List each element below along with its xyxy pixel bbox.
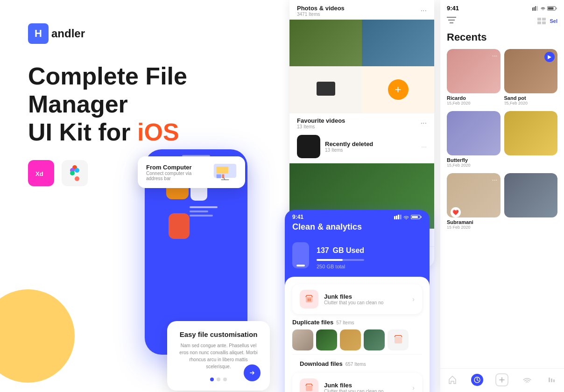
- recent-item-ricardo: Ricardo 15,Feb 2020 ···: [447, 49, 501, 107]
- recent-thumb-butterfly: [447, 111, 501, 155]
- svg-rect-18: [394, 216, 395, 219]
- analytics-status-icons: [394, 215, 422, 219]
- from-computer-subtitle: Connect computer via address bar: [146, 171, 206, 181]
- r-nav-clock[interactable]: [471, 374, 483, 386]
- easy-file-title: Easy file customisation: [178, 330, 259, 338]
- recently-deleted-icon: [297, 135, 320, 158]
- svg-rect-50: [553, 379, 555, 382]
- storage-fill: [317, 259, 343, 261]
- recent-item-subramani: ❤️ Subramani 15 Feb 2020 ···: [447, 173, 501, 231]
- storage-info: 137 GB Used 250 GB total: [317, 241, 364, 269]
- recent-meta-butterfly: Butterfly 15,Feb 2020: [447, 155, 501, 169]
- hero-line1: Complete File Manager: [28, 63, 187, 118]
- recent-item-office: [504, 173, 558, 231]
- right-time: 9:41: [447, 5, 459, 12]
- dup-thumb-4: [364, 329, 385, 350]
- recent-meta-bird: [504, 155, 558, 159]
- dup-thumb-2: [316, 329, 337, 350]
- duplicate-header: Duplicate files 57 Items: [292, 319, 422, 326]
- recents-title: Recents: [440, 29, 564, 49]
- recently-deleted-more[interactable]: ···: [421, 143, 427, 150]
- from-computer-text: From Computer Connect computer via addre…: [146, 164, 206, 181]
- dot-2: [217, 378, 220, 381]
- select-button[interactable]: Sel: [550, 18, 557, 24]
- dot-1: [210, 378, 214, 381]
- recent-meta-subramani: Subramani 15 Feb 2020: [447, 217, 501, 231]
- svg-point-5: [75, 176, 79, 181]
- logo-name: andler: [51, 27, 85, 40]
- storage-section: 137 GB Used 250 GB total: [285, 237, 430, 277]
- svg-rect-9: [217, 175, 221, 178]
- junk-title: Junk files: [324, 293, 383, 300]
- photo-lake: [362, 20, 434, 66]
- junk-icon-2: [300, 378, 318, 392]
- recent-thumb-office: [504, 173, 558, 217]
- recent-thumb-bird: [504, 111, 558, 155]
- svg-point-22: [406, 218, 407, 219]
- junk-subtitle-2: Clutter that you can clean no: [324, 389, 383, 392]
- r-nav-wifi[interactable]: [521, 374, 533, 386]
- svg-rect-19: [396, 216, 397, 219]
- junk-files-item[interactable]: Junk files Clutter that you can clean no…: [292, 284, 422, 314]
- dup-thumb-1: [292, 329, 313, 350]
- recent-name-sandpot: Sand pot: [504, 95, 558, 101]
- photos-videos-count: 3471 Items: [297, 12, 345, 17]
- dup-thumb-junk: [388, 329, 409, 350]
- from-computer-card: From Computer Connect computer via addre…: [138, 156, 245, 188]
- favourite-videos-title: Favourite videos: [297, 117, 345, 124]
- r-nav-home[interactable]: [446, 374, 458, 386]
- storage-number: 137: [317, 246, 329, 254]
- svg-rect-34: [536, 6, 538, 11]
- svg-rect-49: [551, 378, 552, 382]
- photos-more-button[interactable]: ···: [421, 7, 427, 15]
- svg-rect-43: [542, 18, 546, 21]
- r-nav-add[interactable]: [495, 373, 508, 386]
- filter-icon[interactable]: [447, 16, 456, 26]
- favourite-videos-header: Favourite videos 13 Items ···: [289, 113, 434, 131]
- card-next-button[interactable]: [244, 364, 261, 381]
- hero-title: Complete File Manager UI Kit for iOS: [28, 63, 289, 146]
- recently-deleted-title: Recently deleted: [325, 140, 373, 147]
- svg-rect-31: [532, 7, 533, 11]
- svg-point-3: [75, 168, 79, 173]
- analytics-title: Clean & analytics: [285, 222, 430, 237]
- r-nav-bars[interactable]: [546, 374, 558, 386]
- photo-grid: +: [289, 20, 434, 113]
- photos-videos-title: Photos & videos: [297, 5, 345, 12]
- easy-file-card: Easy file customisation Nam sed congue a…: [167, 321, 270, 391]
- junk-files-item-2[interactable]: Junk files Clutter that you can clean no…: [292, 373, 422, 392]
- favourite-more-button[interactable]: ···: [421, 119, 427, 127]
- svg-point-35: [543, 9, 543, 10]
- logo-letter: H: [35, 28, 42, 40]
- recent-name-butterfly: Butterfly: [447, 157, 501, 163]
- recent-date-subramani: 15 Feb 2020: [447, 225, 501, 230]
- svg-rect-42: [537, 18, 541, 21]
- recent-name-subramani: Subramani: [447, 219, 501, 225]
- logo-area: H andler: [28, 23, 289, 44]
- svg-rect-33: [535, 6, 536, 11]
- svg-text:Xd: Xd: [35, 170, 43, 177]
- junk-arrow-icon: ›: [412, 295, 415, 303]
- monitor-icon: [213, 163, 237, 182]
- add-folder-button[interactable]: +: [362, 66, 434, 113]
- download-count: 657 Items: [345, 362, 366, 367]
- recent-more-ricardo[interactable]: ···: [492, 52, 498, 59]
- recent-item-bird: [504, 111, 558, 169]
- right-section: 9:41: [440, 0, 564, 392]
- recent-date-sandpot: 25,Feb 2020: [504, 101, 558, 105]
- download-title: Download files: [300, 360, 343, 367]
- junk-arrow-2: ›: [412, 384, 415, 392]
- svg-rect-38: [548, 7, 554, 9]
- right-status-bar: 9:41: [440, 0, 564, 14]
- photo-fern: [289, 20, 362, 66]
- recent-more-subramani[interactable]: ···: [492, 176, 498, 183]
- logo-text: andler: [51, 27, 85, 40]
- right-actions: Sel: [537, 18, 557, 24]
- svg-marker-46: [548, 55, 551, 59]
- hero-line2: UI Kit for: [28, 119, 137, 146]
- svg-rect-26: [306, 297, 312, 302]
- right-toolbar: Sel: [440, 14, 564, 29]
- recent-date-butterfly: 15,Feb 2020: [447, 163, 501, 168]
- xd-icon-box: Xd: [28, 160, 54, 186]
- recently-deleted-count: 13 Items: [325, 147, 373, 153]
